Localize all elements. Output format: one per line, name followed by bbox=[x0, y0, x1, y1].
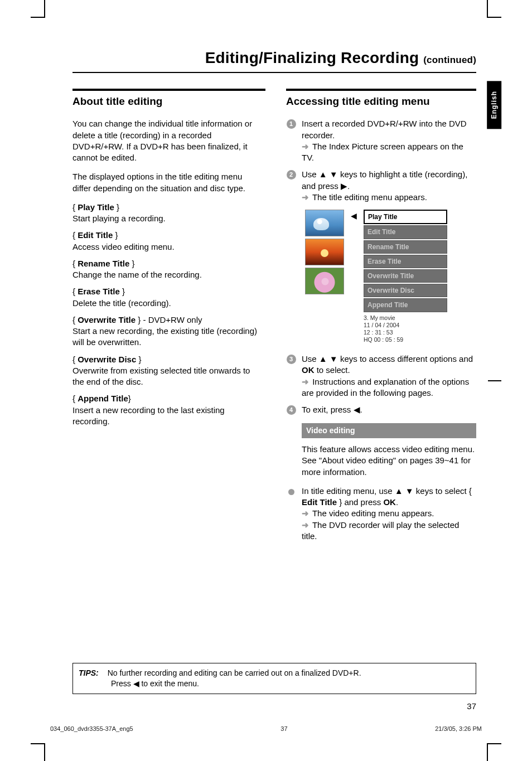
option-label: Edit Title bbox=[78, 230, 113, 240]
page-title: Editing/Finalizing Recording (continued) bbox=[72, 47, 476, 73]
thumbnails bbox=[305, 210, 344, 294]
left-intro-1: You can change the individual title info… bbox=[72, 118, 263, 163]
option-desc: Change the name of the recording. bbox=[72, 269, 263, 280]
footer-file: 034_060_dvdr3355-37A_eng5 bbox=[50, 725, 133, 733]
option-append-title: { Append Title} Insert a new recording t… bbox=[72, 393, 263, 427]
left-icon: ◀ bbox=[133, 679, 139, 688]
tips-line-1: No further recording and editing can be … bbox=[108, 668, 361, 677]
option-label: Erase Title bbox=[78, 287, 120, 296]
option-erase-title: { Erase Title } Delete the title (record… bbox=[72, 286, 263, 309]
tips-label: TIPS: bbox=[79, 668, 99, 677]
page-title-main: Editing/Finalizing Recording bbox=[205, 49, 419, 66]
section-about-title-editing: About title editing bbox=[72, 89, 265, 109]
option-edit-title: { Edit Title } Access video editing menu… bbox=[72, 230, 263, 253]
arrow-right-icon: ➜ bbox=[302, 377, 309, 386]
option-play-title: { Play Title } Start playing a recording… bbox=[72, 202, 263, 225]
section-accessing-menu: Accessing title editing menu bbox=[286, 89, 476, 109]
option-overwrite-title: { Overwrite Title } - DVD+RW only Start … bbox=[72, 314, 263, 348]
menu-item-overwrite-title: Overwrite Title bbox=[364, 269, 447, 283]
page-title-suffix: (continued) bbox=[423, 55, 476, 65]
thumbnail-flower bbox=[305, 268, 344, 294]
menu-item-append-title: Append Title bbox=[364, 298, 447, 312]
up-down-icon: ▲ ▼ bbox=[319, 354, 338, 363]
option-desc: Start a new recording, the existing titl… bbox=[72, 326, 263, 348]
option-desc: Overwrite from existing selected title o… bbox=[72, 365, 263, 388]
option-overwrite-disc: { Overwrite Disc } Overwrite from existi… bbox=[72, 354, 263, 388]
ok-label: OK bbox=[383, 497, 396, 507]
menu-item-edit-title: Edit Title bbox=[364, 225, 447, 239]
option-desc: Delete the title (recording). bbox=[72, 298, 263, 309]
title-meta: 3. My movie 11 / 04 / 2004 12 : 31 : 53 … bbox=[364, 314, 447, 344]
step-3-result: Instructions and explanation of the opti… bbox=[302, 377, 469, 398]
option-desc: Access video editing menu. bbox=[72, 241, 263, 253]
step-number-icon: 1 bbox=[287, 119, 296, 129]
option-label: Overwrite Disc bbox=[78, 355, 136, 364]
step-number-icon: 2 bbox=[287, 170, 296, 180]
left-icon: ◀ bbox=[354, 405, 360, 414]
step-number-icon: 4 bbox=[287, 405, 296, 415]
step-1-result: The Index Picture screen appears on the … bbox=[302, 142, 463, 162]
thumbnail-surf bbox=[305, 210, 344, 236]
arrow-right-icon: ➜ bbox=[302, 508, 309, 518]
video-editing-body: This feature allows access video editing… bbox=[302, 444, 476, 478]
bullet-icon bbox=[288, 489, 294, 495]
step-3: 3 Use ▲ ▼ keys to access different optio… bbox=[286, 353, 476, 399]
menu-list: Play Title Edit Title Rename Title Erase… bbox=[364, 210, 447, 312]
up-down-icon: ▲ ▼ bbox=[319, 169, 338, 179]
menu-item-rename-title: Rename Title bbox=[364, 240, 447, 254]
language-tab: English bbox=[487, 81, 501, 129]
menu-item-erase-title: Erase Title bbox=[364, 255, 447, 268]
option-desc: Insert a new recording to the last exist… bbox=[72, 405, 263, 428]
ok-label: OK bbox=[302, 365, 315, 375]
option-label: Overwrite Title bbox=[78, 315, 136, 324]
tips-box: TIPS: No further recording and editing c… bbox=[72, 663, 476, 694]
footer-page: 37 bbox=[280, 725, 287, 733]
page-content: English Editing/Finalizing Recording (co… bbox=[72, 47, 476, 722]
title-editing-menu-graphic: ◀ Play Title Edit Title Rename Title Era… bbox=[305, 210, 476, 343]
step-4: 4 To exit, press ◀. bbox=[286, 404, 476, 415]
option-label: Rename Title bbox=[78, 259, 129, 268]
bullet-edit-title: In title editing menu, use ▲ ▼ keys to s… bbox=[286, 486, 476, 542]
option-rename-title: { Rename Title } Change the name of the … bbox=[72, 258, 263, 281]
menu-item-play-title: Play Title bbox=[364, 210, 447, 224]
footer-meta: 034_060_dvdr3355-37A_eng5 37 21/3/05, 3:… bbox=[50, 725, 482, 733]
edit-title-label: Edit Title bbox=[302, 497, 337, 507]
thumbnail-sunset bbox=[305, 239, 344, 265]
step-1: 1 Insert a recorded DVD+R/+RW into the D… bbox=[286, 118, 476, 163]
menu-item-overwrite-disc: Overwrite Disc bbox=[364, 284, 447, 297]
arrow-right-icon: ➜ bbox=[302, 520, 309, 530]
step-2-result: The title editing menu appears. bbox=[312, 192, 427, 202]
footer-timestamp: 21/3/05, 3:26 PM bbox=[435, 725, 482, 733]
right-icon: ▶ bbox=[341, 181, 347, 191]
step-number-icon: 3 bbox=[287, 355, 296, 364]
arrow-right-icon: ➜ bbox=[302, 142, 309, 151]
step-2: 2 Use ▲ ▼ keys to highlight a title (rec… bbox=[286, 169, 476, 203]
option-label: Append Title bbox=[78, 394, 128, 403]
option-desc: Start playing a recording. bbox=[72, 213, 263, 224]
up-down-icon: ▲ ▼ bbox=[395, 486, 414, 496]
step-1-text: Insert a recorded DVD+R/+RW into the DVD… bbox=[302, 119, 467, 139]
page-number: 37 bbox=[467, 701, 476, 712]
right-column: Accessing title editing menu 1 Insert a … bbox=[286, 89, 476, 547]
arrow-right-icon: ➜ bbox=[302, 192, 309, 202]
option-label: Play Title bbox=[78, 202, 114, 212]
left-icon: ◀ bbox=[351, 211, 357, 221]
left-column: About title editing You can change the i… bbox=[72, 89, 263, 547]
sub-heading-video-editing: Video editing bbox=[302, 423, 476, 438]
left-intro-2: The displayed options in the title editi… bbox=[72, 171, 263, 194]
